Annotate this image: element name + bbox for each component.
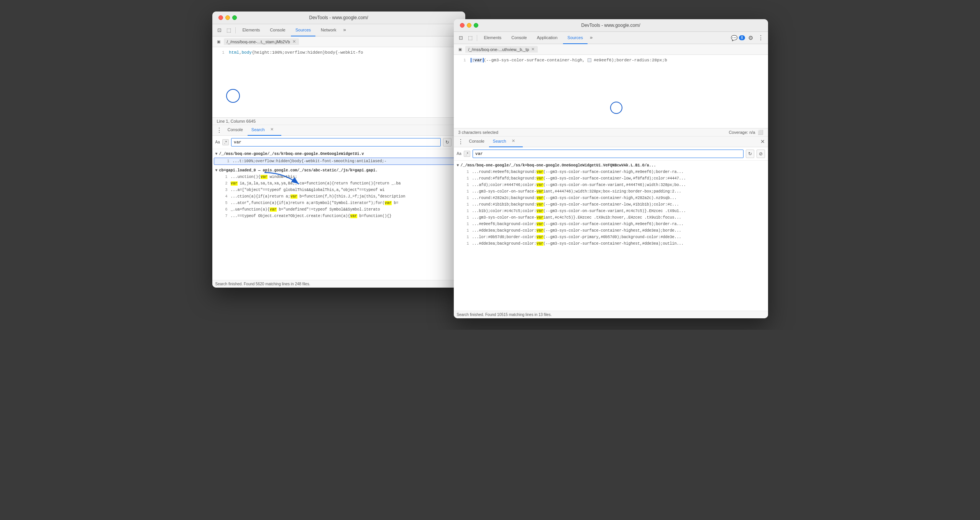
title-bar-left: DevTools - www.google.com/ [212, 12, 465, 24]
result-row-f2-5-left[interactable]: 5 ...ator",function(a){if(a)return a;a=S… [212, 200, 465, 206]
sidebar-toggle-icon-left[interactable]: ▣ [215, 38, 222, 45]
chat-icon-right[interactable]: 💬 [731, 35, 737, 41]
file-tab-close-right[interactable]: ✕ [531, 47, 535, 52]
inspect-icon[interactable]: ⊡ [215, 26, 224, 35]
minimize-button-left[interactable] [225, 15, 230, 20]
result-row-r4[interactable]: 1 ...gm3-sys-color-on-surface-variant,#4… [454, 188, 768, 195]
search-area-right: Aa .* ↻ ⊘ [454, 147, 768, 161]
code-line-1-left: 1 html,body{height:100%;overflow:hidden}… [212, 50, 465, 55]
result-row-f2-3-left[interactable]: 3 ...a=["object"==typeof globalThis&&glo… [212, 187, 465, 193]
toolbar-left: ⊡ ⬚ Elements Console Sources Network » [212, 24, 465, 36]
panel-tab-search-right[interactable]: Search ✕ [489, 136, 523, 147]
panel-tab-console-right[interactable]: Console [465, 138, 488, 145]
search-refresh-left[interactable]: ↻ [443, 138, 451, 146]
traffic-lights-left [218, 15, 237, 20]
result-row-r2[interactable]: 1 ...round:#f8fafd;background:var(--gm3-… [454, 175, 768, 182]
search-aa-right[interactable]: Aa [457, 151, 461, 156]
tab-more-right[interactable]: » [588, 32, 594, 44]
code-area-right: 1 :var(--gm3-sys-color-surface-container… [454, 55, 768, 128]
search-results-right[interactable]: ▼ /_/mss/boq-one-google/_/ss/k=boq-one-g… [454, 161, 768, 311]
panel-tabs-left: ⋮ Console Search ✕ [212, 125, 465, 136]
panel-tab-search-left[interactable]: Search ✕ [248, 125, 281, 136]
window-title-right: DevTools - www.google.com/ [581, 23, 640, 28]
result-row-f2-7-left[interactable]: 7 ...==typeof Object.create?Object.creat… [212, 213, 465, 219]
result-file-1-name-left: /_/mss/boq-one-google/_/ss/k=boq-one-goo… [219, 152, 364, 156]
devtools-window-right: DevTools - www.google.com/ ⊡ ⬚ Elements … [454, 19, 768, 318]
minimize-button-right[interactable] [467, 23, 471, 28]
result-row-f2-2-left[interactable]: 2 var ia,ja,la,sa,ta,xa,ya,Ba;_.ca=funct… [212, 180, 465, 187]
coverage-label-right: Coverage: n/a [729, 130, 755, 135]
result-file-1-left[interactable]: ▼ /_/mss/boq-one-google/_/ss/k=boq-one-g… [212, 151, 465, 157]
result-row-f2-4-left[interactable]: 4 ...ction(a){if(a)return a;var b=functi… [212, 193, 465, 200]
tab-more-left[interactable]: » [341, 24, 347, 36]
more-options-icon-right[interactable]: ⋮ [757, 34, 765, 42]
search-refresh-right[interactable]: ↻ [746, 150, 754, 158]
cursor-position-left: Line 1, Column 6645 [217, 119, 256, 123]
search-area-left: Aa .* ↻ ⊘ [212, 136, 465, 149]
search-input-right[interactable] [473, 150, 743, 158]
tab-sources-right[interactable]: Sources [563, 32, 588, 44]
panel-menu-right[interactable]: ⋮ [457, 138, 465, 145]
toolbar-right-icons: 💬 8 ⚙ ⋮ [731, 34, 765, 42]
search-regex-left[interactable]: .* [222, 139, 229, 145]
result-row-r1[interactable]: 1 ...round:#e9eef6;background:var(--gm3-… [454, 169, 768, 175]
panel-menu-left[interactable]: ⋮ [215, 127, 223, 134]
result-file-1-right[interactable]: ▼ /_/mss/boq-one-google/_/ss/k=boq-one-g… [454, 162, 768, 169]
window-title-left: DevTools - www.google.com/ [309, 15, 368, 20]
result-row-r3[interactable]: 1 ...afd);color:#444746;color:var(--gm3-… [454, 182, 768, 188]
result-row-1-left[interactable]: 1 ...t:100%;overflow:hidden}body{-webkit… [214, 158, 464, 165]
file-tab-right[interactable]: /_/mss/boq-one-...uthview,_b,_tp ✕ [465, 46, 538, 53]
device-icon-right[interactable]: ⬚ [466, 34, 474, 42]
status-bar-left: Line 1, Column 6645 [212, 118, 465, 125]
file-tab-close-left[interactable]: ✕ [292, 39, 296, 44]
search-input-left[interactable] [231, 138, 440, 146]
tab-sources-left[interactable]: Sources [291, 24, 315, 36]
toolbar-separator-right [477, 35, 477, 41]
search-aa-left[interactable]: Aa [215, 140, 220, 144]
coverage-icon-right[interactable]: ⬜ [758, 130, 763, 135]
sidebar-toggle-icon-right[interactable]: ▣ [457, 46, 464, 53]
tab-application-right[interactable]: Application [532, 32, 562, 44]
tab-console-right[interactable]: Console [507, 32, 531, 44]
result-row-f2-6-left[interactable]: 6 _.ua=function(a){var b="undefined"!=ty… [212, 206, 465, 213]
panel-tab-search-close-left[interactable]: ✕ [266, 126, 277, 134]
tab-network-left[interactable]: Network [316, 24, 341, 36]
title-bar-right: DevTools - www.google.com/ [454, 19, 768, 32]
panel-close-right[interactable]: ✕ [760, 138, 765, 145]
result-row-r11[interactable]: 1 ...lor:#0b57d0;border-color:var(--gm3-… [454, 234, 768, 240]
close-button-left[interactable] [218, 15, 223, 20]
tab-elements-right[interactable]: Elements [479, 32, 506, 44]
search-regex-right[interactable]: .* [464, 151, 470, 157]
fullscreen-button-left[interactable] [232, 15, 237, 20]
close-button-right[interactable] [460, 23, 465, 28]
settings-icon-right[interactable]: ⚙ [747, 34, 755, 42]
result-row-r10[interactable]: 1 ...#dde3ea;background-color:var(--gm3-… [454, 227, 768, 234]
file-tab-left[interactable]: /_/mss/boq-one-...t,_stam,jMb2Vb ✕ [224, 38, 299, 45]
result-file-2-left[interactable]: ▼ cb=gapi.loaded_0 — apis.google.com/_/s… [212, 167, 465, 174]
search-results-left[interactable]: ▼ /_/mss/boq-one-google/_/ss/k=boq-one-g… [212, 149, 465, 280]
tab-console-left[interactable]: Console [265, 24, 290, 36]
code-content-1-left: html,body{height:100%;overflow:hidden}bo… [229, 50, 363, 55]
file-tab-bar-left: ▣ /_/mss/boq-one-...t,_stam,jMb2Vb ✕ [212, 36, 465, 47]
tab-elements-left[interactable]: Elements [238, 24, 265, 36]
inspect-icon-right[interactable]: ⊡ [457, 34, 465, 42]
result-row-r8[interactable]: 1 ...gm3-sys-color-on-surface-variant,#c… [454, 214, 768, 221]
char-selected-right: 3 characters selected [458, 130, 499, 135]
result-row-r7[interactable]: 1 ...b1b);color:#c4c7c5;color:var(--gm3-… [454, 208, 768, 214]
device-icon[interactable]: ⬚ [225, 26, 233, 35]
panel-tab-search-close-right[interactable]: ✕ [508, 137, 519, 145]
code-content-1-right: :var(--gm3-sys-color-surface-container-h… [471, 58, 667, 63]
result-row-r5[interactable]: 1 ...round:#282a2c;background:var(--gm3-… [454, 195, 768, 201]
search-clear-right[interactable]: ⊘ [757, 150, 765, 158]
devtools-window-left: DevTools - www.google.com/ ⊡ ⬚ Elements … [212, 12, 465, 288]
panel-tab-console-left[interactable]: Console [224, 126, 247, 134]
result-row-f2-1-left[interactable]: 1 ...unction(){var window=this; [212, 174, 465, 180]
result-row-r6[interactable]: 1 ...round:#1b1b1b;background:var(--gm3-… [454, 201, 768, 208]
panel-tabs-right: ⋮ Console Search ✕ ✕ [454, 137, 768, 147]
status-bar-right: 3 characters selected Coverage: n/a ⬜ [454, 128, 768, 137]
result-file-1-name-right: /_/mss/boq-one-google/_/ss/k=boq-one-goo… [461, 163, 656, 168]
fullscreen-button-right[interactable] [474, 23, 478, 28]
result-row-r9[interactable]: 1 ...#e9eef6;background-color:var(--gm3-… [454, 221, 768, 227]
result-file-2-name-left: cb=gapi.loaded_0 — apis.google.com/_/scs… [219, 168, 378, 173]
result-row-r12[interactable]: 1 ...#dde3ea;background-color:var(--gm3-… [454, 240, 768, 247]
